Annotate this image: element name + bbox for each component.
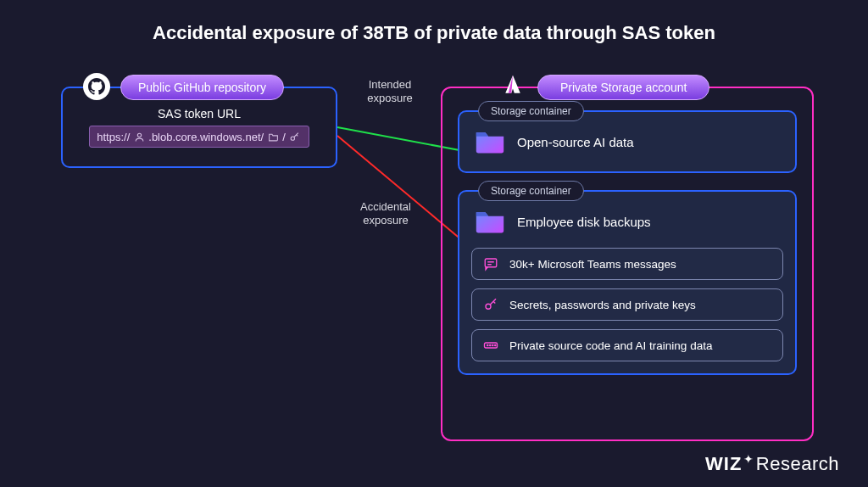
- key-icon: [482, 296, 499, 313]
- page-title: Accidental exposure of 38TB of private d…: [0, 0, 868, 61]
- svg-point-3: [486, 304, 491, 309]
- folder-icon: [475, 209, 505, 234]
- svg-point-7: [492, 344, 493, 345]
- intended-exposure-label: Intended exposure: [348, 78, 432, 106]
- svg-point-8: [495, 344, 496, 345]
- container-label: Storage container: [478, 101, 584, 121]
- svg-rect-2: [485, 259, 497, 267]
- container-title: Employee disk backups: [517, 215, 651, 229]
- user-icon: [132, 130, 146, 143]
- url-prefix: https://: [97, 131, 130, 143]
- svg-point-1: [291, 136, 294, 139]
- container-title: Open-source AI data: [517, 135, 634, 149]
- footer-suffix: Research: [756, 453, 839, 475]
- folder-small-icon: [266, 130, 280, 143]
- svg-point-6: [490, 344, 491, 345]
- key-small-icon: [288, 130, 302, 143]
- item-label: Secrets, passwords and private keys: [509, 299, 696, 311]
- sas-token-label: SAS token URL: [76, 107, 322, 120]
- item-source-code: Private source code and AI training data: [471, 329, 783, 361]
- footer-brand: WIZ ✦ Research: [705, 453, 839, 475]
- folder-icon: [475, 129, 505, 154]
- url-mid: .blob.core.windows.net/: [148, 131, 264, 143]
- azure-icon: [500, 73, 526, 98]
- svg-point-5: [487, 344, 488, 345]
- item-teams-messages: 30k+ Microsoft Teams messages: [471, 248, 783, 280]
- chat-icon: [482, 255, 499, 272]
- item-label: 30k+ Microsoft Teams messages: [509, 258, 676, 271]
- storage-container-2: Storage container Employee di: [458, 190, 797, 375]
- storage-account-box: Private Storage account Storage containe…: [441, 87, 814, 441]
- github-repo-box: Public GitHub repository SAS token URL h…: [61, 87, 337, 168]
- item-label: Private source code and AI training data: [509, 339, 712, 352]
- github-pill: Public GitHub repository: [120, 75, 284, 100]
- storage-container-1: Storage container Open-source: [458, 110, 797, 173]
- sas-url-bar: https:// .blob.core.windows.net/ /: [89, 126, 309, 148]
- svg-point-0: [137, 133, 141, 137]
- password-icon: [482, 337, 499, 354]
- diagram-canvas: Intended exposure Accidental exposure Pu…: [0, 61, 868, 468]
- item-secrets: Secrets, passwords and private keys: [471, 288, 783, 321]
- wiz-logo-text: WIZ: [705, 453, 742, 475]
- container-label: Storage container: [478, 181, 584, 201]
- sparkle-icon: ✦: [743, 452, 754, 466]
- url-sep: /: [282, 131, 286, 143]
- github-icon: [83, 73, 110, 100]
- storage-pill: Private Storage account: [537, 75, 709, 100]
- accidental-exposure-label: Accidental exposure: [339, 200, 432, 228]
